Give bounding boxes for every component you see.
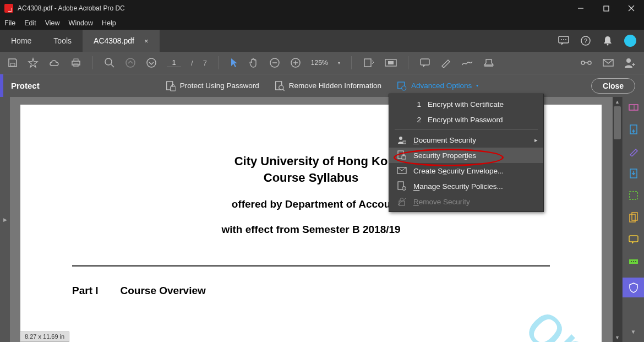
export-pdf-icon[interactable] — [627, 167, 640, 180]
work-area: ▶ City University of Hong Ko Course Syll… — [0, 97, 644, 342]
zoom-dropdown-icon[interactable]: ▾ — [338, 61, 340, 66]
divider-line — [72, 265, 550, 267]
page-dimensions-status: 8.27 x 11.69 in — [20, 332, 69, 342]
highlight-icon[interactable] — [440, 58, 451, 68]
redact-icon[interactable] — [627, 256, 640, 268]
minimize-button[interactable] — [568, 0, 593, 17]
help-icon[interactable]: ? — [580, 35, 591, 46]
menu-encrypt-cert-label: Encrypt with Certificate — [428, 100, 504, 108]
combine-icon[interactable] — [627, 211, 640, 224]
advanced-options-menu: 1 Encrypt with Certificate 2 Encrypt wit… — [389, 94, 544, 212]
stamp-icon[interactable] — [483, 57, 494, 68]
svg-line-16 — [111, 64, 114, 67]
remove-hidden-button[interactable]: Remove Hidden Information — [275, 80, 381, 91]
print-icon[interactable] — [70, 58, 81, 68]
close-window-button[interactable] — [619, 0, 644, 17]
page-down-icon[interactable] — [146, 57, 157, 68]
maximize-button[interactable] — [593, 0, 619, 17]
chevron-down-icon: ▾ — [476, 83, 478, 88]
protect-tool-active[interactable] — [623, 278, 645, 297]
link-icon[interactable] — [580, 59, 592, 67]
menu-window[interactable]: Window — [69, 19, 93, 27]
svg-rect-52 — [403, 141, 406, 144]
right-tools-panel: ▼ — [622, 97, 644, 342]
protect-pw-label: Protect Using Password — [180, 82, 259, 90]
star-icon[interactable] — [28, 57, 39, 68]
app-logo-icon — [4, 4, 13, 13]
menu-sec-properties-label: Security Properties — [413, 151, 476, 160]
close-protect-button[interactable]: Close — [591, 78, 635, 94]
svg-rect-33 — [171, 86, 176, 91]
cloud-icon[interactable] — [48, 58, 61, 68]
tab-file-label: AC4308.pdf — [94, 36, 134, 45]
protect-using-password-button[interactable]: Protect Using Password — [166, 80, 259, 91]
window-title: AC4308.pdf - Adobe Acrobat Pro DC — [18, 4, 125, 12]
note-icon[interactable] — [419, 58, 430, 68]
vertical-scrollbar[interactable]: ▲ ▼ — [613, 97, 622, 342]
menu-help[interactable]: Help — [102, 19, 116, 27]
scroll-thumb[interactable] — [614, 106, 621, 139]
hand-icon[interactable] — [248, 57, 259, 68]
comment-icon[interactable] — [558, 35, 569, 46]
watermark: ong — [512, 291, 602, 342]
menu-envelope-label: Create Security Envelope... — [413, 167, 504, 175]
svg-point-48 — [631, 261, 632, 262]
scroll-up-icon[interactable]: ▲ — [613, 97, 622, 106]
tab-close-icon[interactable]: × — [144, 37, 149, 45]
page-sep: / — [191, 59, 193, 67]
part-title: Course Overview — [121, 285, 206, 297]
menu-security-properties[interactable]: Security Properties — [389, 148, 543, 163]
page-total: 7 — [203, 59, 207, 67]
menu-file[interactable]: File — [4, 19, 15, 27]
tab-home[interactable]: Home — [0, 30, 42, 52]
save-icon[interactable] — [8, 58, 18, 68]
page-current-input[interactable]: 1 — [167, 58, 181, 67]
scroll-down-panel-icon[interactable]: ▼ — [627, 325, 640, 338]
advanced-label: Advanced Options — [411, 82, 472, 90]
page-up-icon[interactable] — [125, 57, 136, 68]
fit-page-icon[interactable] — [385, 59, 397, 67]
svg-point-38 — [402, 86, 406, 90]
add-person-icon[interactable] — [624, 57, 636, 68]
advanced-options-button[interactable]: Advanced Options ▾ — [397, 80, 478, 91]
menu-edit[interactable]: Edit — [24, 19, 36, 27]
create-pdf-icon[interactable] — [627, 123, 640, 135]
zoom-in-icon[interactable] — [290, 57, 301, 68]
edit-pdf-icon[interactable] — [627, 145, 640, 158]
main-toolbar: 1 / 7 125% ▾ — [0, 52, 644, 74]
svg-point-29 — [626, 58, 631, 63]
sign-icon[interactable] — [461, 58, 473, 67]
pointer-icon[interactable] — [230, 57, 238, 68]
doc-lock-icon — [397, 150, 407, 160]
part-label: Part I — [72, 285, 99, 297]
fit-width-icon[interactable] — [363, 58, 375, 68]
menu-manage-policies[interactable]: Manage Security Policies... — [389, 178, 543, 194]
svg-rect-54 — [402, 156, 406, 159]
lock-doc-icon — [166, 80, 176, 91]
mail-icon[interactable] — [602, 58, 614, 67]
bell-icon[interactable] — [602, 35, 613, 46]
menu-doc-security-label: Document Security — [413, 136, 476, 144]
menu-remove-security: Remove Security — [389, 194, 543, 209]
svg-rect-24 — [364, 59, 371, 67]
unlock-icon — [397, 197, 407, 206]
menu-create-envelope[interactable]: Create Security Envelope... — [389, 163, 543, 178]
zoom-fit-icon[interactable] — [104, 57, 115, 68]
zoom-value[interactable]: 125% — [311, 59, 328, 67]
tab-tools[interactable]: Tools — [42, 30, 83, 52]
organize-icon[interactable] — [627, 189, 640, 202]
menu-encrypt-password[interactable]: 2 Encrypt with Password — [389, 112, 543, 127]
tab-file[interactable]: AC4308.pdf × — [83, 30, 160, 52]
panel-collapse-icon[interactable] — [627, 101, 640, 113]
menu-policies-label: Manage Security Policies... — [413, 182, 503, 191]
svg-point-6 — [563, 39, 564, 40]
comment-tool-icon[interactable] — [627, 234, 640, 246]
menu-encrypt-certificate[interactable]: 1 Encrypt with Certificate — [389, 96, 543, 112]
menu-document-security[interactable]: Document Security — [389, 132, 543, 148]
user-avatar[interactable] — [624, 35, 636, 47]
left-panel-toggle[interactable]: ▶ — [0, 97, 10, 342]
menu-view[interactable]: View — [45, 19, 60, 27]
scroll-down-icon[interactable]: ▼ — [613, 333, 622, 342]
svg-point-17 — [126, 58, 135, 67]
zoom-out-icon[interactable] — [269, 57, 280, 68]
